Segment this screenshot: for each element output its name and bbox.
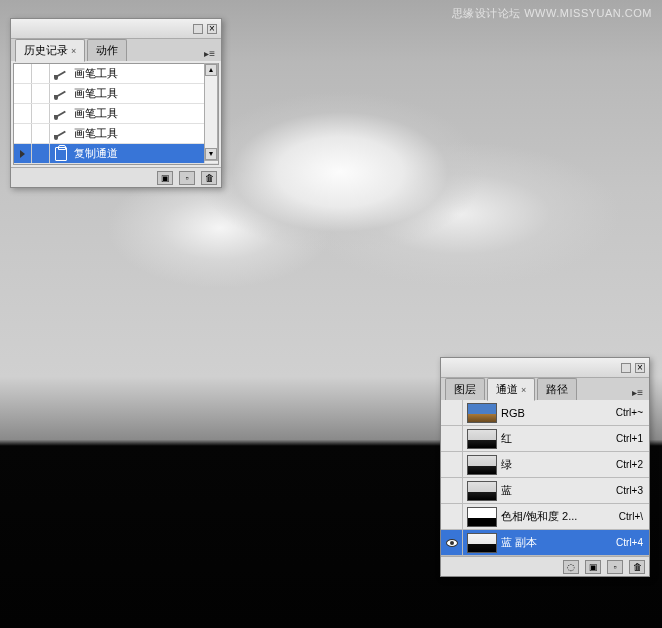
tab-layers[interactable]: 图层: [445, 378, 485, 400]
tab-actions-label: 动作: [96, 44, 118, 56]
watermark-text: 思缘设计论坛 WWW.MISSYUAN.COM: [452, 6, 652, 21]
history-item-selected[interactable]: 复制通道 ⌄: [14, 144, 218, 164]
channel-label: 绿: [501, 457, 616, 472]
channel-thumb: [467, 429, 497, 449]
history-state-col: [14, 144, 32, 163]
channel-row-red[interactable]: 红 Ctrl+1: [441, 426, 649, 452]
channel-label: 蓝 副本: [501, 535, 616, 550]
history-state-col: [14, 84, 32, 103]
channels-footer: ◌ ▣ ▫ 🗑: [441, 556, 649, 576]
tab-paths-label: 路径: [546, 383, 568, 395]
history-state-col: [14, 124, 32, 143]
tab-channels[interactable]: 通道×: [487, 378, 535, 401]
tab-history-label: 历史记录: [24, 44, 68, 56]
tab-actions[interactable]: 动作: [87, 39, 127, 61]
channel-label: 蓝: [501, 483, 616, 498]
channel-row-green[interactable]: 绿 Ctrl+2: [441, 452, 649, 478]
history-blank-col: [32, 84, 50, 103]
tab-channels-label: 通道: [496, 383, 518, 395]
brush-icon: [50, 107, 72, 121]
channels-tabs: 图层 通道× 路径 ▸≡: [441, 378, 649, 400]
channel-row-hue-sat[interactable]: 色相/饱和度 2... Ctrl+\: [441, 504, 649, 530]
history-blank-col: [32, 144, 50, 163]
history-titlebar[interactable]: ×: [11, 19, 221, 39]
channel-thumb: [467, 481, 497, 501]
channel-thumb: [467, 455, 497, 475]
history-label: 画笔工具: [72, 66, 218, 81]
tab-paths[interactable]: 路径: [537, 378, 577, 400]
tab-close-icon[interactable]: ×: [521, 385, 526, 395]
history-item[interactable]: 画笔工具: [14, 64, 218, 84]
history-state-col: [14, 104, 32, 123]
brush-icon: [50, 127, 72, 141]
visibility-toggle[interactable]: [441, 504, 463, 529]
minimize-icon[interactable]: [193, 24, 203, 34]
history-item[interactable]: 画笔工具: [14, 104, 218, 124]
clipboard-icon: [50, 147, 72, 161]
channel-shortcut: Ctrl+1: [616, 433, 649, 444]
panel-menu-icon[interactable]: ▸≡: [202, 46, 217, 61]
minimize-icon[interactable]: [621, 363, 631, 373]
history-blank-col: [32, 124, 50, 143]
trash-icon[interactable]: 🗑: [629, 560, 645, 574]
channels-titlebar[interactable]: ×: [441, 358, 649, 378]
history-state-col: [14, 64, 32, 83]
channel-label: RGB: [501, 407, 616, 419]
tab-close-icon[interactable]: ×: [71, 46, 76, 56]
tab-layers-label: 图层: [454, 383, 476, 395]
tab-history[interactable]: 历史记录×: [15, 39, 85, 62]
panel-menu-icon[interactable]: ▸≡: [630, 385, 645, 400]
channel-label: 红: [501, 431, 616, 446]
history-item[interactable]: 画笔工具: [14, 84, 218, 104]
visibility-toggle[interactable]: [441, 400, 463, 425]
history-footer: ▣ ▫ 🗑: [11, 167, 221, 187]
load-selection-icon[interactable]: ◌: [563, 560, 579, 574]
channel-shortcut: Ctrl+3: [616, 485, 649, 496]
eye-icon: [446, 539, 458, 547]
channel-thumb: [467, 403, 497, 423]
channel-shortcut: Ctrl+\: [619, 511, 649, 522]
new-snapshot-icon[interactable]: ▣: [157, 171, 173, 185]
visibility-toggle[interactable]: [441, 478, 463, 503]
history-scrollbar[interactable]: ▴ ▾: [204, 63, 218, 161]
scroll-up-icon[interactable]: ▴: [205, 64, 217, 76]
channel-thumb: [467, 533, 497, 553]
history-label: 画笔工具: [72, 86, 218, 101]
channel-shortcut: Ctrl+2: [616, 459, 649, 470]
channel-thumb: [467, 507, 497, 527]
channel-row-blue[interactable]: 蓝 Ctrl+3: [441, 478, 649, 504]
new-state-icon[interactable]: ▫: [179, 171, 195, 185]
save-selection-icon[interactable]: ▣: [585, 560, 601, 574]
history-blank-col: [32, 64, 50, 83]
current-state-icon: [20, 150, 25, 158]
channel-shortcut: Ctrl+4: [616, 537, 649, 548]
visibility-toggle[interactable]: [441, 452, 463, 477]
channel-label: 色相/饱和度 2...: [501, 509, 619, 524]
history-label: 画笔工具: [72, 106, 218, 121]
channels-panel: × 图层 通道× 路径 ▸≡ RGB Ctrl+~ 红 Ctrl+1 绿 Ctr…: [440, 357, 650, 577]
channel-row-rgb[interactable]: RGB Ctrl+~: [441, 400, 649, 426]
history-list: 画笔工具 画笔工具 画笔工具 画笔工具 复制通道 ⌄: [13, 63, 219, 165]
channel-shortcut: Ctrl+~: [616, 407, 649, 418]
close-icon[interactable]: ×: [207, 24, 217, 34]
history-item[interactable]: 画笔工具: [14, 124, 218, 144]
new-channel-icon[interactable]: ▫: [607, 560, 623, 574]
visibility-toggle[interactable]: [441, 426, 463, 451]
trash-icon[interactable]: 🗑: [201, 171, 217, 185]
history-label: 复制通道: [72, 146, 204, 161]
history-tabs: 历史记录× 动作 ▸≡: [11, 39, 221, 61]
channel-row-blue-copy[interactable]: 蓝 副本 Ctrl+4: [441, 530, 649, 556]
visibility-toggle[interactable]: [441, 530, 463, 555]
close-icon[interactable]: ×: [635, 363, 645, 373]
channels-list: RGB Ctrl+~ 红 Ctrl+1 绿 Ctrl+2 蓝 Ctrl+3 色相…: [441, 400, 649, 556]
brush-icon: [50, 87, 72, 101]
history-blank-col: [32, 104, 50, 123]
brush-icon: [50, 67, 72, 81]
history-panel: × 历史记录× 动作 ▸≡ 画笔工具 画笔工具 画笔工具 画笔工具: [10, 18, 222, 188]
history-label: 画笔工具: [72, 126, 218, 141]
scroll-down-icon[interactable]: ▾: [205, 148, 217, 160]
